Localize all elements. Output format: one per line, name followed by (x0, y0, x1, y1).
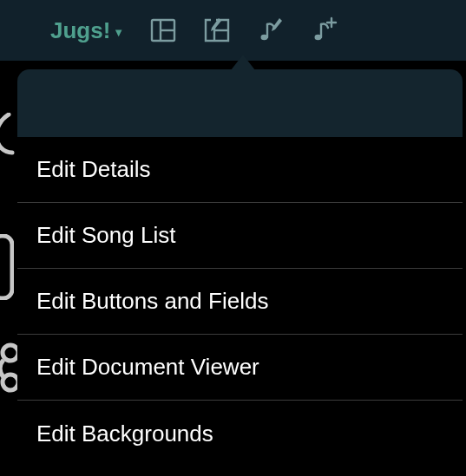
menu-item-label: Edit Song List (36, 222, 175, 249)
svg-point-2 (3, 375, 17, 390)
menu-item-edit-song-list[interactable]: Edit Song List (17, 203, 463, 269)
svg-point-1 (3, 345, 17, 361)
caret-down-icon: ▼ (113, 26, 124, 39)
music-note-add-icon[interactable] (310, 16, 339, 45)
menu-item-edit-document-viewer[interactable]: Edit Document Viewer (17, 335, 463, 401)
svg-rect-0 (0, 236, 12, 298)
svg-point-9 (315, 35, 322, 40)
edit-menu-list: Edit Details Edit Song List Edit Buttons… (17, 137, 463, 466)
edit-layout-popover: Edit Details Edit Song List Edit Buttons… (17, 69, 463, 476)
menu-item-edit-backgrounds[interactable]: Edit Backgrounds (17, 401, 463, 466)
layout-icon[interactable] (148, 16, 178, 45)
title-dropdown-button[interactable]: Jugs! ▼ (50, 17, 124, 44)
background-shape-3 (0, 342, 17, 394)
music-note-edit-icon[interactable] (256, 16, 286, 45)
top-toolbar: Jugs! ▼ (0, 0, 466, 61)
background-shape-2 (0, 234, 14, 300)
menu-item-label: Edit Buttons and Fields (36, 288, 268, 315)
popover-header (17, 69, 463, 137)
menu-item-label: Edit Details (36, 156, 151, 183)
background-shape-1 (0, 113, 17, 156)
svg-point-8 (261, 35, 268, 40)
menu-item-edit-buttons-fields[interactable]: Edit Buttons and Fields (17, 269, 463, 335)
popover-arrow (231, 55, 255, 70)
menu-item-label: Edit Document Viewer (36, 354, 259, 381)
menu-item-edit-details[interactable]: Edit Details (17, 137, 463, 203)
menu-item-label: Edit Backgrounds (36, 421, 213, 447)
title-label: Jugs! (50, 17, 110, 44)
layout-edit-icon[interactable] (202, 16, 232, 45)
